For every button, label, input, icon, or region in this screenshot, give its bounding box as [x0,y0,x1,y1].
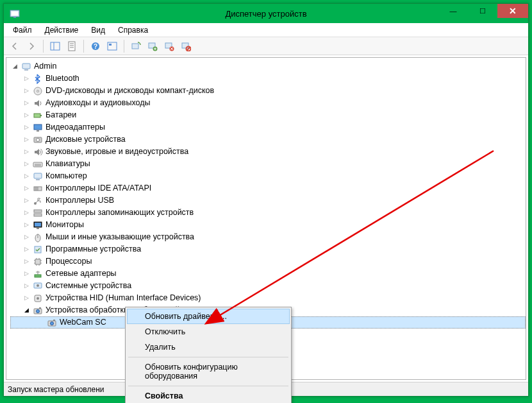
help-button[interactable]: ? [88,39,103,53]
menu-file[interactable]: Файл [6,24,38,36]
menu-bar: Файл Действие Вид Справка [4,23,528,37]
tree-category-label: Звуковые, игровые и видеоустройства [46,146,188,158]
expand-icon[interactable]: ▷ [23,295,30,302]
context-menu-item[interactable]: Обновить конфигурацию оборудования [127,359,290,384]
collapse-icon[interactable]: ◢ [12,63,19,70]
tree-category[interactable]: ▷DVD-дисководы и дисководы компакт-диско… [10,85,526,97]
tree-category[interactable]: ▷Контроллеры USB [10,194,526,207]
device-tree[interactable]: ◢ Admin ▷Bluetooth▷DVD-дисководы и диско… [6,58,526,329]
bluetooth-icon [33,74,43,84]
tree-category[interactable]: ▷Мониторы [10,219,526,231]
expand-icon[interactable]: ▷ [23,282,30,289]
computer-icon [33,171,43,182]
tree-category-label: Bluetooth [46,73,79,85]
toolbar-separator [83,40,84,53]
show-hide-tree-button[interactable] [48,39,62,53]
tree-category[interactable]: ▷Контроллеры IDE ATA/ATAPI [10,182,526,194]
svg-rect-26 [40,115,42,116]
software-icon [33,244,43,255]
menu-action[interactable]: Действие [38,24,85,36]
expand-icon[interactable]: ▷ [23,124,30,131]
expand-icon[interactable]: ▷ [23,160,30,167]
update-driver-button[interactable] [145,39,160,53]
expand-icon[interactable]: ▷ [23,221,30,228]
svg-rect-42 [34,214,42,216]
expand-icon[interactable]: ▷ [23,258,30,265]
expand-icon[interactable]: ▷ [23,136,30,143]
menu-help[interactable]: Справка [112,24,154,36]
tree-device-label: WebCam SC [60,316,106,329]
tree-category-label: Процессоры [46,255,92,268]
expand-icon[interactable]: ▷ [23,99,30,107]
toolbar-separator [124,40,124,53]
tree-category[interactable]: ▷Дисковые устройства [10,133,526,146]
expand-icon[interactable]: ▷ [23,173,30,180]
maximize-button[interactable]: ☐ [468,4,497,18]
title-bar: Диспетчер устройств — ☐ ✕ [4,4,528,23]
disable-button[interactable] [179,39,193,53]
context-menu-item[interactable]: Отключить [127,324,290,339]
scan-button[interactable] [129,39,143,53]
svg-point-64 [37,309,40,313]
tree-category-label: Аудиовходы и аудиовыходы [46,97,150,109]
tree-category[interactable]: ▷Процессоры [10,255,526,268]
expand-icon[interactable]: ▷ [23,185,30,192]
close-button[interactable]: ✕ [497,4,528,18]
tree-category[interactable]: ▷Аудиовходы и аудиовыходы [10,97,526,109]
tree-category-label: Батареи [46,109,76,121]
context-menu-item[interactable]: Свойства [127,388,290,403]
tree-category[interactable]: ▷Сетевые адаптеры [10,268,526,280]
expand-icon[interactable]: ▷ [23,87,30,94]
expand-icon[interactable]: ▷ [23,234,30,241]
expand-icon[interactable]: ▷ [23,270,30,277]
tree-category[interactable]: ▷Устройства HID (Human Interface Devices… [10,292,526,304]
svg-rect-35 [36,179,40,180]
svg-rect-44 [35,223,41,227]
back-button[interactable] [8,39,22,53]
tree-category[interactable]: ▷Мыши и иные указывающие устройства [10,231,526,243]
storagectrl-icon [33,208,43,218]
tree-category[interactable]: ▷Программные устройства [10,243,526,255]
tree-category[interactable]: ▷Звуковые, игровые и видеоустройства [10,146,526,158]
uninstall-button[interactable] [162,39,176,53]
tree-root[interactable]: ◢ Admin [10,60,526,73]
tree-category[interactable]: ▷Компьютер [10,170,526,182]
hdd-icon [33,135,43,145]
tree-category[interactable]: ▷Клавиатуры [10,158,526,170]
expand-icon[interactable]: ▷ [23,246,30,253]
action-button[interactable] [105,39,119,53]
tree-category-label: Видеоадаптеры [46,121,105,133]
minimize-button[interactable]: — [438,4,468,18]
context-menu-divider [128,386,288,386]
menu-view[interactable]: Вид [85,24,112,36]
display-icon [33,123,43,133]
context-menu-item[interactable]: Удалить [127,339,290,355]
tree-category[interactable]: ▷Видеоадаптеры [10,121,526,133]
context-menu-item[interactable]: Обновить драйверы... [127,309,290,324]
audio-icon [33,98,43,108]
expand-icon[interactable]: ▷ [23,75,30,82]
tree-category-label: Контроллеры USB [46,194,114,207]
tree-category[interactable]: ▷Батареи [10,109,526,121]
tree-category[interactable]: ▷Контроллеры запоминающих устройств [10,207,526,219]
battery-icon [33,110,43,121]
svg-rect-22 [24,69,28,71]
ide-icon [33,184,43,194]
properties-button[interactable] [65,39,79,53]
expand-icon[interactable]: ▷ [23,209,30,216]
tree-category[interactable]: ▷Bluetooth [10,73,526,85]
collapse-icon[interactable]: ◢ [23,307,30,314]
keyboard-icon [33,159,43,169]
svg-rect-45 [37,228,39,229]
forward-button[interactable] [24,39,38,53]
svg-rect-28 [37,130,39,132]
expand-icon[interactable]: ▷ [23,148,30,155]
tree-category-label: Мыши и иные указывающие устройства [46,231,194,243]
svg-rect-41 [34,210,42,212]
tree-category[interactable]: ▷Системные устройства [10,280,526,292]
usb-icon [33,196,43,206]
svg-rect-3 [51,42,60,50]
expand-icon[interactable]: ▷ [23,112,30,119]
tree-category-label: Мониторы [46,219,84,231]
expand-icon[interactable]: ▷ [23,197,30,204]
